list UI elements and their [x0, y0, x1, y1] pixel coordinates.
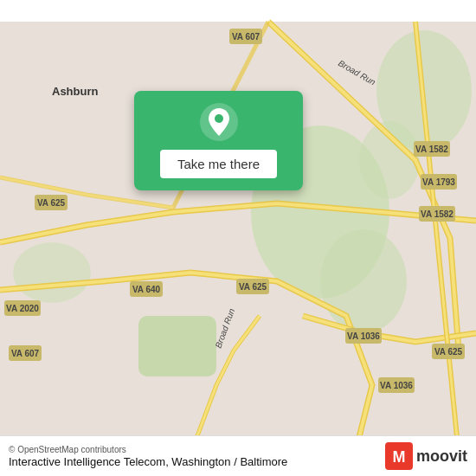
- svg-text:VA 1793: VA 1793: [422, 177, 455, 187]
- map-svg: VA 625 VA 625 VA 625 VA 640 VA 607 VA 60…: [0, 0, 476, 476]
- moovit-text: moovit: [416, 447, 467, 466]
- location-pin-icon: [200, 103, 238, 141]
- svg-text:M: M: [392, 448, 405, 466]
- svg-point-35: [215, 114, 223, 123]
- moovit-logo: M moovit: [385, 442, 467, 470]
- svg-text:VA 607: VA 607: [232, 32, 261, 42]
- moovit-icon-svg: M: [385, 442, 413, 470]
- svg-text:VA 2020: VA 2020: [6, 304, 39, 313]
- svg-text:VA 640: VA 640: [132, 285, 161, 294]
- svg-text:VA 1582: VA 1582: [415, 145, 448, 154]
- svg-text:VA 625: VA 625: [434, 347, 463, 357]
- map-container: VA 625 VA 625 VA 625 VA 640 VA 607 VA 60…: [0, 0, 476, 476]
- copyright-text: © OpenStreetMap contributors: [9, 445, 287, 454]
- svg-text:VA 1036: VA 1036: [380, 381, 413, 390]
- svg-text:VA 625: VA 625: [239, 282, 267, 292]
- svg-text:Ashburn: Ashburn: [52, 85, 99, 98]
- svg-rect-3: [138, 316, 216, 376]
- svg-text:VA 1036: VA 1036: [347, 331, 380, 341]
- take-me-there-button[interactable]: Take me there: [160, 150, 277, 178]
- svg-text:VA 607: VA 607: [11, 349, 40, 358]
- svg-point-2: [320, 229, 407, 333]
- bottom-left: © OpenStreetMap contributors Interactive…: [9, 445, 287, 468]
- popup-card: Take me there: [134, 91, 303, 190]
- svg-point-4: [13, 242, 91, 303]
- svg-text:VA 1582: VA 1582: [421, 209, 453, 219]
- svg-text:VA 625: VA 625: [37, 198, 66, 208]
- bottom-bar: © OpenStreetMap contributors Interactive…: [0, 435, 476, 476]
- location-name: Interactive Intelligence Telecom, Washin…: [9, 455, 287, 468]
